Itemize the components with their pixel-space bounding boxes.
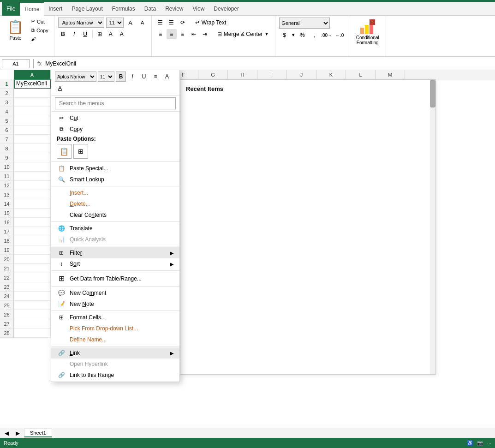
menu-item-define-name[interactable]: Define Name... (51, 334, 179, 345)
col-header-h[interactable]: H (228, 70, 257, 79)
menu-item-sort[interactable]: ↕ Sort ▶ (51, 258, 179, 269)
menu-item-new-comment[interactable]: 💬 New Comment (51, 287, 179, 299)
menu-item-format-cells[interactable]: ⊞ Format Cells... (51, 312, 179, 323)
menu-item-paste-special[interactable]: 📋 Paste Special... (51, 163, 179, 174)
sheet-nav-right[interactable]: ▶ (13, 429, 22, 437)
col-header-l[interactable]: L (346, 70, 376, 79)
currency-button[interactable]: $ (279, 30, 289, 40)
percent-button[interactable]: % (297, 30, 307, 40)
decimal-decrease-button[interactable]: ←.0 (334, 30, 345, 40)
cm-bold-button[interactable]: B (116, 72, 126, 82)
cm-fill-color-button[interactable]: A (162, 72, 172, 82)
cell-A19[interactable] (14, 245, 51, 255)
col-header-j[interactable]: J (287, 70, 316, 79)
tab-page-layout[interactable]: Page Layout (67, 2, 107, 16)
decrease-font-size-button[interactable]: A (137, 18, 148, 28)
indent-decrease-button[interactable]: ⇤ (189, 29, 199, 39)
tab-file[interactable]: File (2, 2, 20, 16)
cell-A15[interactable] (14, 209, 51, 218)
menu-item-cut[interactable]: ✂ Cut (51, 113, 179, 124)
cell-A24[interactable] (14, 292, 51, 301)
accessibility-icon[interactable]: ♿ (467, 440, 473, 446)
cell-A21[interactable] (14, 264, 51, 273)
align-top-center-button[interactable]: ☰ (167, 18, 177, 28)
cell-A7[interactable] (14, 135, 51, 144)
tab-home[interactable]: Home (20, 2, 44, 16)
cell-A28[interactable] (14, 329, 51, 338)
tab-data[interactable]: Data (140, 2, 161, 16)
menu-item-insert[interactable]: Insert... (51, 187, 179, 198)
cell-A12[interactable] (14, 181, 51, 190)
cm-underline-button[interactable]: U (139, 72, 149, 82)
cell-A25[interactable] (14, 301, 51, 310)
cm-align-button[interactable]: ≡ (150, 72, 161, 82)
align-right-button[interactable]: ≡ (178, 29, 188, 39)
cell-A20[interactable] (14, 255, 51, 264)
search-input[interactable] (55, 97, 176, 109)
wrap-text-button[interactable]: ↵ Wrap Text (192, 18, 229, 27)
bold-button[interactable]: B (58, 29, 68, 39)
merge-center-button[interactable]: ⊟ Merge & Center ▼ (215, 30, 272, 38)
cell-A18[interactable] (14, 236, 51, 245)
cell-A6[interactable] (14, 125, 51, 135)
increase-font-size-button[interactable]: A (125, 18, 136, 28)
cell-A5[interactable] (14, 116, 51, 125)
number-format-selector[interactable]: General (279, 18, 330, 29)
italic-button[interactable]: I (69, 29, 79, 39)
currency-dropdown[interactable]: ▼ (291, 33, 295, 37)
align-center-button[interactable]: ≡ (167, 29, 177, 39)
sheet-nav-left[interactable]: ◀ (2, 429, 11, 437)
cut-button[interactable]: ✂ Cut (29, 18, 50, 25)
menu-item-clear-contents[interactable]: Clear Contents (51, 209, 179, 221)
cell-A9[interactable] (14, 153, 51, 162)
col-header-i[interactable]: I (257, 70, 287, 79)
col-header-g[interactable]: G (198, 70, 228, 79)
cell-reference-input[interactable] (2, 59, 30, 68)
col-header-m[interactable]: M (376, 70, 405, 79)
cm-italic-button[interactable]: I (127, 72, 137, 82)
menu-item-get-data[interactable]: ⊞ Get Data from Table/Range... (51, 272, 179, 285)
font-name-selector[interactable]: Aptos Narrow (58, 18, 104, 28)
cell-A3[interactable] (14, 98, 51, 107)
col-header-k[interactable]: K (316, 70, 346, 79)
tab-review[interactable]: Review (161, 2, 188, 16)
comma-button[interactable]: , (309, 30, 319, 40)
formula-input[interactable] (43, 60, 493, 67)
cell-A10[interactable] (14, 162, 51, 172)
cell-A8[interactable] (14, 144, 51, 153)
menu-item-link[interactable]: 🔗 Link ▶ (51, 347, 179, 358)
more-options-icon[interactable]: ··· (487, 440, 491, 446)
align-left-button[interactable]: ≡ (155, 29, 166, 39)
tab-insert[interactable]: Insert (44, 2, 67, 16)
font-color-button[interactable]: A (117, 29, 127, 39)
recent-panel-scrollbar[interactable] (430, 80, 435, 374)
tab-formulas[interactable]: Formulas (107, 2, 140, 16)
cell-A22[interactable] (14, 273, 51, 282)
menu-item-pick-dropdown[interactable]: Pick From Drop-down List... (51, 323, 179, 334)
fill-color-button[interactable]: A (106, 29, 116, 39)
sheet-tab-sheet1[interactable]: Sheet1 (24, 429, 52, 437)
underline-button[interactable]: U (80, 29, 90, 39)
menu-item-link-to-range[interactable]: 🔗 Link to this Range (51, 370, 179, 381)
cell-A17[interactable] (14, 227, 51, 236)
decimal-increase-button[interactable]: .00→ (321, 30, 332, 40)
cell-A11[interactable] (14, 172, 51, 181)
menu-item-quick-analysis[interactable]: 📊 Quick Analysis (51, 234, 179, 245)
align-top-right-button[interactable]: ⟳ (178, 18, 188, 28)
cell-A2[interactable] (14, 89, 51, 98)
col-header-a[interactable]: A (14, 70, 51, 79)
tab-view[interactable]: View (188, 2, 209, 16)
font-size-selector[interactable]: 11 (106, 18, 124, 28)
camera-icon[interactable]: 📷 (477, 440, 483, 446)
conditional-formatting-button[interactable]: ! ConditionalFormatting (354, 18, 381, 47)
paste-button[interactable]: 📋 Paste (4, 18, 27, 42)
menu-item-copy[interactable]: ⧉ Copy (51, 124, 179, 135)
menu-item-open-hyperlink[interactable]: Open Hyperlink (51, 358, 179, 370)
indent-increase-button[interactable]: ⇥ (200, 29, 210, 39)
cell-a1[interactable]: MyExcelOnli (14, 79, 51, 89)
format-painter-button[interactable]: 🖌 (29, 35, 50, 42)
paste-button-2[interactable]: ⊞ (73, 144, 88, 159)
cell-A13[interactable] (14, 190, 51, 199)
cell-A16[interactable] (14, 218, 51, 227)
cm-font-selector[interactable]: Aptos Narrow (55, 72, 96, 82)
